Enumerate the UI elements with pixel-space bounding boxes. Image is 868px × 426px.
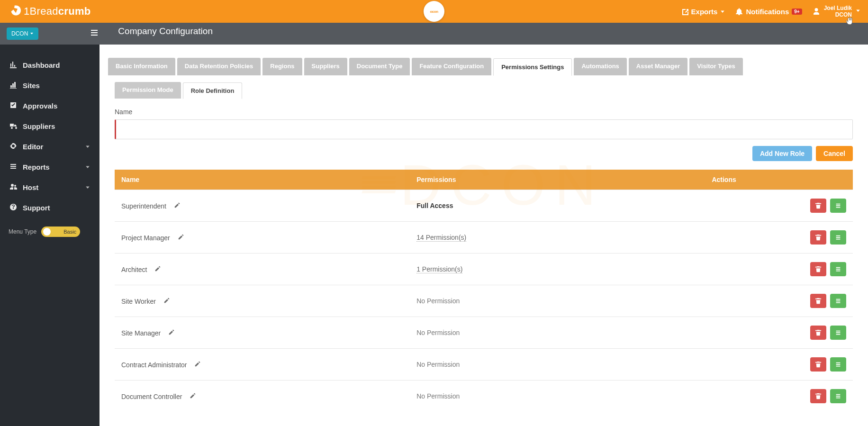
help-icon	[9, 203, 17, 212]
role-name: Site Worker	[121, 298, 156, 305]
sidebar-item-dashboard[interactable]: Dashboard	[0, 55, 99, 75]
content: Basic InformationData Retention Policies…	[99, 45, 868, 426]
sidebar-item-label: Dashboard	[23, 61, 60, 69]
table-row: Site Manager No Permission	[115, 317, 853, 349]
exports-label: Exports	[691, 8, 718, 16]
table-row: Project Manager 14 Permission(s)	[115, 222, 853, 254]
sidebar-item-sites[interactable]: Sites	[0, 75, 99, 96]
tab-basic-information[interactable]: Basic Information	[108, 58, 175, 75]
notifications-label: Notifications	[746, 8, 789, 16]
tab-document-type[interactable]: Document Type	[349, 58, 410, 75]
table-row: Site Worker No Permission	[115, 285, 853, 317]
menu-type-row: Menu Type Basic	[0, 227, 99, 237]
subtab-role-definition[interactable]: Role Definition	[183, 82, 243, 99]
edit-icon[interactable]	[154, 266, 161, 273]
brand-text: 1Breadcrumb	[24, 5, 91, 18]
sidebar: Dashboard Sites Approvals Suppliers Edit…	[0, 45, 99, 426]
tab-automations[interactable]: Automations	[574, 58, 626, 75]
sidebar-item-approvals[interactable]: Approvals	[0, 96, 99, 116]
role-name: Superintendent	[121, 202, 166, 210]
notifications-button[interactable]: Notifications 9+	[735, 8, 802, 16]
roles-table: NamePermissionsActions Superintendent Fu…	[115, 170, 853, 412]
edit-icon[interactable]	[168, 329, 175, 337]
details-button[interactable]	[830, 199, 846, 213]
permissions-text: No Permission	[416, 361, 460, 368]
edit-icon[interactable]	[194, 361, 201, 369]
user-menu[interactable]: Joel Ludik DCON	[813, 5, 860, 18]
cursor-hand-icon	[845, 17, 854, 27]
edit-icon[interactable]	[174, 202, 181, 210]
sidebar-item-reports[interactable]: Reports	[0, 157, 99, 177]
sidebar-item-suppliers[interactable]: Suppliers	[0, 116, 99, 136]
details-button[interactable]	[830, 294, 846, 308]
chevron-down-icon	[85, 143, 90, 151]
chevron-down-icon	[856, 8, 860, 15]
page-title: Company Configuration	[118, 26, 213, 41]
chart-icon	[9, 61, 17, 70]
delete-button[interactable]	[810, 199, 826, 213]
add-new-role-button[interactable]: Add New Role	[752, 146, 812, 161]
delete-button[interactable]	[810, 262, 826, 276]
sidebar-item-label: Reports	[23, 163, 50, 171]
edit-icon[interactable]	[163, 298, 170, 305]
sidebar-item-label: Editor	[23, 143, 43, 151]
tab-asset-manager[interactable]: Asset Manager	[629, 58, 687, 75]
sidebar-item-label: Approvals	[23, 102, 57, 110]
table-row: Contract Administrator No Permission	[115, 349, 853, 381]
menu-type-toggle[interactable]: Basic	[41, 227, 80, 237]
user-names: Joel Ludik DCON	[824, 5, 852, 18]
tab-permissions-settings[interactable]: Permissions Settings	[493, 58, 572, 76]
brand[interactable]: 1Breadcrumb	[8, 4, 91, 19]
host-icon	[9, 183, 17, 192]
tabstrip: Basic InformationData Retention Policies…	[108, 58, 859, 75]
delete-button[interactable]	[810, 326, 826, 340]
sidebar-item-label: Host	[23, 183, 38, 191]
menu-type-label: Menu Type	[9, 228, 36, 235]
delete-button[interactable]	[810, 230, 826, 245]
user-name: Joel Ludik	[824, 5, 852, 11]
col-actions: Actions	[705, 170, 853, 190]
sidebar-item-label: Suppliers	[23, 122, 55, 130]
role-name: Project Manager	[121, 234, 170, 242]
exports-menu[interactable]: Exports	[681, 8, 725, 16]
tab-visitor-types[interactable]: Visitor Types	[689, 58, 742, 75]
cancel-button[interactable]: Cancel	[816, 146, 853, 161]
truck-icon	[9, 122, 17, 131]
sidebar-toggle-icon[interactable]	[38, 29, 98, 38]
top-actions: Exports Notifications 9+ Joel Ludik DCON	[681, 5, 860, 18]
sidebar-item-support[interactable]: Support	[0, 198, 99, 218]
col-permissions: Permissions	[410, 170, 705, 190]
notifications-badge: 9+	[792, 9, 802, 15]
tab-regions[interactable]: Regions	[262, 58, 302, 75]
brand-logo-icon	[8, 4, 21, 19]
table-row: Document Controller No Permission	[115, 381, 853, 412]
org-selector-label: DCON	[11, 30, 28, 37]
details-button[interactable]	[830, 326, 846, 340]
delete-button[interactable]	[810, 294, 826, 308]
gear-icon	[9, 142, 17, 151]
permissions-text: No Permission	[416, 392, 460, 400]
col-name: Name	[115, 170, 410, 190]
menu-type-value: Basic	[63, 229, 76, 235]
role-name-input[interactable]	[115, 119, 853, 139]
caret-down-icon	[720, 8, 725, 16]
sidebar-item-editor[interactable]: Editor	[0, 136, 99, 157]
org-selector[interactable]: DCON	[7, 27, 38, 40]
edit-icon[interactable]	[178, 234, 184, 242]
subtab-permission-mode[interactable]: Permission Mode	[115, 82, 181, 99]
sidebar-item-host[interactable]: Host	[0, 177, 99, 198]
edit-icon[interactable]	[190, 393, 196, 400]
details-button[interactable]	[830, 357, 846, 372]
tab-suppliers[interactable]: Suppliers	[304, 58, 347, 75]
permissions-text[interactable]: 1 Permission(s)	[416, 265, 462, 273]
delete-button[interactable]	[810, 389, 826, 403]
details-button[interactable]	[830, 230, 846, 245]
tab-data-retention-policies[interactable]: Data Retention Policies	[177, 58, 261, 75]
permissions-text[interactable]: 14 Permission(s)	[416, 234, 466, 242]
delete-button[interactable]	[810, 357, 826, 372]
tab-feature-configuration[interactable]: Feature Configuration	[412, 58, 491, 75]
details-button[interactable]	[830, 262, 846, 276]
list-icon	[9, 163, 17, 172]
details-button[interactable]	[830, 389, 846, 403]
topbar: 1Breadcrumb ocon Exports Notifications 9…	[0, 0, 868, 23]
